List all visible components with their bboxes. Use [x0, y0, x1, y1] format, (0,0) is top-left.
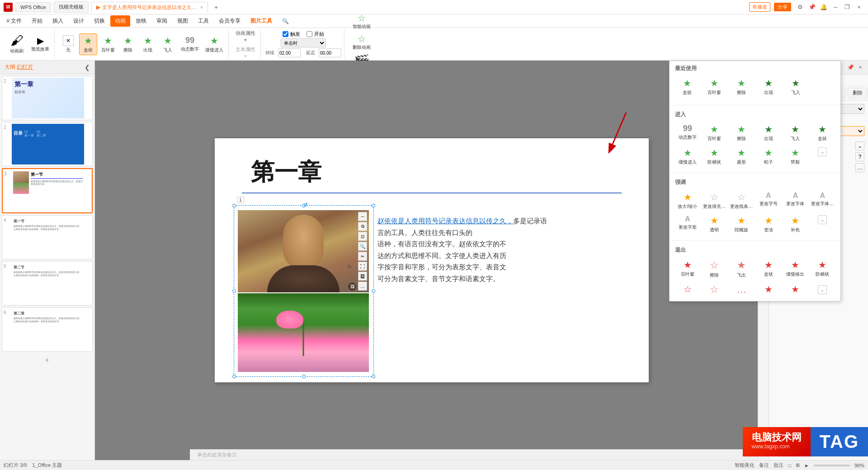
enter-diamond[interactable]: ★ 菱形	[729, 146, 754, 167]
emph-fill[interactable]: ☆ 更改填充…	[702, 190, 727, 212]
handle-bl[interactable]	[232, 375, 236, 378]
emph-font2[interactable]: A 更改字体…	[810, 190, 835, 212]
enter-stairs[interactable]: ★ 阶梯状	[702, 146, 727, 167]
delete-anim-button[interactable]: ☆ 删除动画	[349, 33, 374, 52]
number-button[interactable]: 99 动态数字	[179, 34, 201, 54]
edit-label[interactable]: 有修改	[749, 2, 770, 12]
emph-font[interactable]: A 更改字体	[783, 190, 808, 212]
menu-design[interactable]: 设计	[69, 15, 89, 27]
menu-start[interactable]: 开始	[27, 15, 47, 27]
start-select[interactable]: 单击时 与上一动画同时 上一动画之后	[281, 38, 326, 47]
preview-button[interactable]: ▶ 预览效果	[29, 35, 52, 54]
image-photo-button[interactable]: 🖼	[358, 272, 367, 281]
wps-tab[interactable]: WPS Office	[15, 2, 51, 12]
menu-review[interactable]: 审阅	[152, 15, 172, 27]
enter-snake[interactable]: ★ 蛇子	[756, 146, 781, 167]
slide-panel-tab[interactable]: 幻灯片	[17, 64, 33, 70]
menu-transition[interactable]: 切换	[90, 15, 109, 27]
exit-box[interactable]: ★ 盒状	[756, 258, 781, 280]
image-resize-button[interactable]: ⛶	[358, 262, 367, 271]
enter-wipe[interactable]: ★ 擦除	[729, 122, 754, 144]
slide-item[interactable]: 5 第二节 赵依依是人类用符号记录表达信息以传之久，多是记录语言的工具。人类往往…	[2, 261, 93, 306]
start-checkbox[interactable]	[307, 31, 312, 37]
exit-scroll[interactable]: ⌄	[810, 282, 835, 297]
delay-input[interactable]	[319, 48, 341, 57]
exit-wipe[interactable]: ☆ 擦除	[702, 258, 727, 280]
recent-box[interactable]: ★ 盒状	[675, 76, 699, 98]
recent-wipe[interactable]: ★ 擦除	[729, 76, 754, 98]
close-tab-icon[interactable]: ×	[200, 5, 203, 10]
restore-button[interactable]: ❐	[842, 2, 853, 13]
menu-tools[interactable]: 工具	[193, 15, 213, 27]
exit-slow[interactable]: ★ 缓慢移出	[783, 258, 808, 280]
emph-fade[interactable]: ★ 变淡	[756, 213, 781, 235]
pin-icon[interactable]: 📌	[807, 2, 817, 13]
text-link[interactable]: 赵依依是人类用符号记录表达信息以传之久，	[377, 217, 513, 225]
share-button[interactable]: 分享	[774, 3, 791, 11]
template-tab[interactable]: 找模壳模板	[54, 1, 89, 13]
slide-item[interactable]: 6 第二章 赵依依是人类用符号记录表达信息以传之久，多是记录语言的工具。人类往往…	[2, 307, 93, 352]
image-scissor-button[interactable]: ✂	[358, 252, 367, 261]
panel-more-button[interactable]: …	[855, 163, 864, 172]
menu-slideshow[interactable]: 放映	[131, 15, 151, 27]
appear-button[interactable]: ★ 出现	[139, 34, 157, 55]
handle-mr[interactable]	[372, 289, 375, 293]
zoom-slider[interactable]	[814, 465, 850, 466]
slide-item[interactable]: 4 第一节 赵依依是人类用符号记录表达信息以传之久，多是记录语言的工具。人类往往…	[2, 215, 93, 259]
enter-split[interactable]: ★ 劈裂	[783, 146, 808, 167]
rotation-handle[interactable]: ↺	[303, 202, 308, 208]
smart-beautify-button[interactable]: 智能美化	[735, 462, 755, 469]
collapse-panel-button[interactable]: ❮	[85, 64, 90, 71]
recent-fly[interactable]: ★ 飞入	[783, 76, 808, 98]
enter-more[interactable]: ⌄	[810, 146, 835, 167]
enter-fly[interactable]: ★ 飞入	[783, 122, 808, 144]
emph-grow[interactable]: ★ 放大/缩小	[675, 190, 700, 212]
canvas-note[interactable]: 单击此处添加备注	[190, 449, 769, 460]
move-handle[interactable]: ✛	[347, 263, 352, 270]
panel-pin-icon[interactable]: 📌	[846, 63, 854, 71]
emph-more[interactable]: ⌄	[810, 213, 835, 235]
image-crop-button[interactable]: ⊡	[358, 232, 367, 241]
image-layers-button[interactable]: ⧉	[358, 222, 367, 231]
handle-br[interactable]	[372, 375, 375, 378]
menu-file[interactable]: ≡ 文件	[2, 15, 26, 27]
wipe-button[interactable]: ★ 擦除	[119, 34, 137, 55]
enter-blinds[interactable]: ★ 百叶窗	[702, 122, 727, 144]
exit-row2-3[interactable]: …	[729, 282, 754, 297]
none-button[interactable]: ✕ 无	[59, 34, 77, 55]
enter-slow[interactable]: ★ 缓慢进入	[675, 146, 700, 167]
image-minus-button[interactable]: ─	[358, 212, 367, 221]
exit-blinds[interactable]: ★ 百叶窗	[675, 258, 700, 280]
exit-row2-5[interactable]: ★	[783, 282, 808, 297]
bell-icon[interactable]: 🔔	[818, 2, 829, 13]
enter-appear[interactable]: ★ 出现	[756, 122, 781, 144]
slide-item[interactable]: 2 目录 01第一章 02第二章	[2, 122, 93, 166]
menu-member[interactable]: 会员专享	[214, 15, 245, 27]
menu-view[interactable]: 视图	[173, 15, 193, 27]
box-button[interactable]: ★ 盒状	[79, 33, 97, 55]
slow-enter-button[interactable]: ★ 缓慢进入	[203, 34, 226, 55]
emph-fontsize[interactable]: A 更改字号	[756, 190, 781, 212]
slide-item[interactable]: 1 第一章 赵依依	[2, 76, 93, 120]
new-tab-button[interactable]: +	[211, 3, 222, 12]
portrait-image[interactable]: ─ ⧉ ⊡ 🔍 ✂ ⛶ 🖼 … 🖼	[238, 210, 369, 292]
panel-down-button[interactable]: ⌄	[855, 141, 864, 150]
view-play-button[interactable]: ►	[804, 463, 809, 468]
menu-insert[interactable]: 插入	[48, 15, 68, 27]
delete-anim-button[interactable]: 删除	[848, 88, 868, 98]
emph-spin[interactable]: ★ 陀螺旋	[729, 213, 754, 235]
menu-picture-tools[interactable]: 图片工具	[246, 15, 277, 27]
doc-tab[interactable]: ▶ 文字是人类用符号记录表达信息以传之久… ×	[91, 2, 208, 13]
smart-anim-button[interactable]: ☆ 智能动画	[349, 12, 374, 32]
exit-row2-1[interactable]: ☆	[675, 282, 700, 297]
anim-brush-button[interactable]: 🖌 动画刷	[6, 33, 27, 56]
handle-bc[interactable]	[302, 375, 306, 378]
flower-image[interactable]	[238, 293, 369, 372]
text-prop-button[interactable]: 文本属性 ▼	[233, 45, 258, 60]
duration-input[interactable]	[278, 48, 301, 57]
emph-style[interactable]: A 更改字形	[675, 213, 700, 235]
enter-box[interactable]: ★ 盒状	[810, 122, 835, 144]
notes-button[interactable]: 备注	[759, 462, 769, 469]
add-slide-button[interactable]: +	[2, 353, 93, 367]
trigger-checkbox[interactable]	[283, 31, 288, 37]
